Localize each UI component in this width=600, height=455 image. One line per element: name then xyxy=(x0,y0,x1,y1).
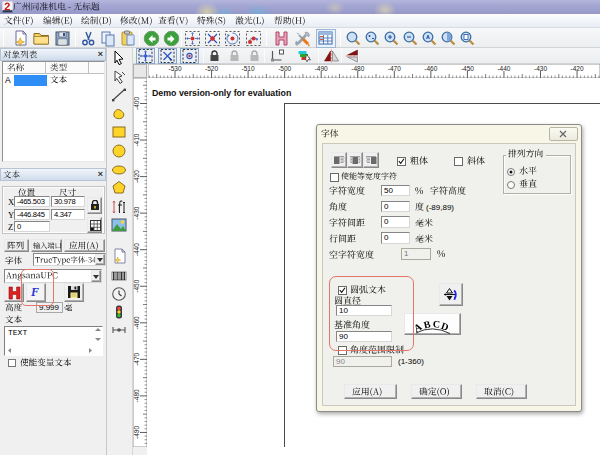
svg-text:-440: -440 xyxy=(497,65,510,72)
svg-text:-400: -400 xyxy=(133,97,140,110)
svg-text:-490: -490 xyxy=(315,65,328,72)
svg-text:-470: -470 xyxy=(133,352,140,365)
svg-text:-480: -480 xyxy=(351,65,364,72)
svg-text:-510: -510 xyxy=(242,65,255,72)
svg-text:-420: -420 xyxy=(133,170,140,183)
svg-text:-460: -460 xyxy=(133,316,140,329)
svg-text:-490: -490 xyxy=(133,426,140,439)
svg-text:-520: -520 xyxy=(205,65,218,72)
svg-text:-450: -450 xyxy=(461,65,474,72)
svg-text:-420: -420 xyxy=(571,65,584,72)
svg-text:-470: -470 xyxy=(388,65,401,72)
svg-text:-460: -460 xyxy=(424,65,437,72)
svg-text:-440: -440 xyxy=(133,243,140,256)
svg-text:-500: -500 xyxy=(278,65,291,72)
svg-text:-430: -430 xyxy=(534,65,547,72)
svg-text:-430: -430 xyxy=(133,206,140,219)
svg-text:-480: -480 xyxy=(133,389,140,402)
svg-text:-530: -530 xyxy=(168,65,181,72)
svg-text:-410: -410 xyxy=(133,133,140,146)
svg-text:-450: -450 xyxy=(133,279,140,292)
